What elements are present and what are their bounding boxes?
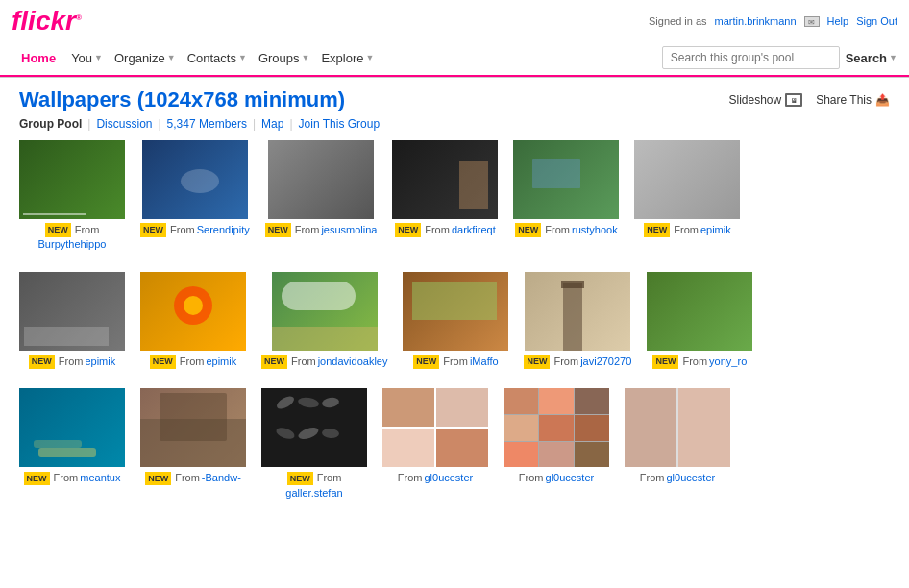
photo-user-link[interactable]: jondavidoakley — [318, 355, 388, 369]
logo-flick: flick — [12, 6, 65, 36]
new-badge: NEW — [261, 355, 287, 369]
new-badge: NEW — [29, 355, 55, 369]
photo-user-link[interactable]: Burpythehippo — [38, 238, 107, 250]
photo-item: NEW From Serendipity — [140, 140, 250, 253]
photo-item: NEW From iMaffo — [403, 272, 508, 369]
photo-user-link[interactable]: Serendipity — [197, 223, 250, 237]
map-link[interactable]: Map — [261, 117, 283, 131]
monitor-icon: 🖥 — [785, 93, 802, 107]
share-this-button[interactable]: Share This 📤 — [816, 93, 890, 107]
groups-arrow: ▼ — [302, 53, 310, 62]
photo-user-link[interactable]: -Bandw- — [202, 471, 241, 485]
flickr-logo[interactable]: flickr® — [12, 6, 82, 37]
new-badge: NEW — [145, 472, 171, 486]
photo-item: NEW From -Bandw- — [140, 388, 246, 501]
sign-out-link[interactable]: Sign Out — [856, 15, 897, 27]
photo-item: From gl0ucester — [382, 388, 488, 501]
photo-row-2: NEW From epimik NEW From epimik — [19, 272, 890, 369]
photo-user-link[interactable]: darkfireqt — [452, 223, 496, 237]
group-pool-label: Group Pool — [19, 117, 82, 131]
new-badge: NEW — [287, 472, 313, 486]
new-badge: NEW — [644, 223, 670, 237]
nav-contacts[interactable]: Contacts ▼ — [182, 39, 253, 76]
photo-user-link[interactable]: jesusmolina — [321, 223, 377, 237]
photo-thumbnail[interactable] — [634, 140, 740, 219]
search-input[interactable] — [662, 46, 840, 69]
photo-user-link[interactable]: epimik — [85, 355, 115, 369]
photo-thumbnail[interactable] — [382, 388, 488, 467]
photo-item: NEW From epimik — [634, 140, 740, 253]
new-badge: NEW — [45, 223, 71, 237]
photo-user-link[interactable]: epimik — [700, 223, 731, 237]
photo-user-link[interactable]: yony_ro — [709, 355, 747, 369]
nav-organize[interactable]: Organize ▼ — [109, 39, 182, 76]
photo-thumbnail[interactable] — [625, 388, 730, 467]
photo-thumbnail[interactable] — [272, 272, 378, 351]
username-link[interactable]: martin.brinkmann — [715, 15, 797, 27]
photo-item: NEW From javi270270 — [524, 272, 631, 369]
photo-thumbnail[interactable] — [647, 272, 752, 351]
photo-user-link[interactable]: gl0ucester — [666, 471, 715, 485]
logo-r: r — [65, 6, 76, 36]
photo-thumbnail[interactable] — [268, 140, 374, 219]
photo-thumbnail[interactable] — [403, 272, 508, 351]
members-link[interactable]: 5,347 Members — [167, 117, 247, 131]
photo-thumbnail[interactable] — [19, 140, 125, 219]
new-badge: NEW — [413, 355, 439, 369]
share-this-label: Share This — [816, 93, 872, 107]
organize-arrow: ▼ — [167, 53, 176, 62]
photo-item: NEW From epimik — [19, 272, 125, 369]
photo-thumbnail[interactable] — [392, 140, 498, 219]
top-right-nav: Signed in as martin.brinkmann ✉ Help Sig… — [649, 15, 897, 27]
you-arrow: ▼ — [94, 53, 103, 62]
slideshow-button[interactable]: Slideshow 🖥 — [728, 93, 802, 107]
photo-thumbnail[interactable] — [140, 272, 246, 351]
search-button[interactable]: Search ▼ — [846, 51, 897, 65]
join-group-link[interactable]: Join This Group — [299, 117, 381, 131]
photo-user-link[interactable]: galler.stefan — [285, 487, 342, 499]
new-badge: NEW — [140, 223, 166, 237]
photo-item: From gl0ucester — [504, 388, 609, 501]
explore-arrow: ▼ — [366, 53, 375, 62]
nav-home[interactable]: Home — [12, 39, 65, 76]
photo-item: NEW From jesusmolina — [265, 140, 378, 253]
photo-item: NEW From epimik — [140, 272, 246, 369]
photo-user-link[interactable]: epimik — [206, 355, 236, 369]
photo-item: NEW From jondavidoakley — [261, 272, 387, 369]
group-meta: Group Pool | Discussion | 5,347 Members … — [19, 117, 380, 131]
nav-explore[interactable]: Explore ▼ — [315, 39, 380, 76]
photo-thumbnail[interactable] — [261, 388, 367, 467]
photo-user-link[interactable]: gl0ucester — [545, 471, 594, 485]
photo-user-link[interactable]: rustyhook — [572, 223, 618, 237]
help-link[interactable]: Help — [827, 15, 849, 27]
group-title: Wallpapers (1024x768 minimum) — [19, 87, 380, 112]
photo-row-1: NEW From Burpythehippo NEW From Serendip… — [19, 140, 890, 253]
photo-user-link[interactable]: meantux — [80, 471, 120, 485]
photo-thumbnail[interactable] — [142, 140, 248, 219]
contacts-arrow: ▼ — [238, 53, 247, 62]
discussion-link[interactable]: Discussion — [96, 117, 152, 131]
photo-thumbnail[interactable] — [513, 140, 619, 219]
photo-thumbnail[interactable] — [525, 272, 630, 351]
photo-thumbnail[interactable] — [19, 388, 125, 467]
envelope-icon[interactable]: ✉ — [804, 16, 820, 27]
signed-in-label: Signed in as — [649, 15, 707, 27]
photo-thumbnail[interactable] — [140, 388, 246, 467]
nav-groups[interactable]: Groups ▼ — [253, 39, 316, 76]
search-arrow: ▼ — [889, 53, 897, 62]
photo-user-link[interactable]: gl0ucester — [424, 471, 473, 485]
photo-user-link[interactable]: iMaffo — [470, 355, 499, 369]
share-icon: 📤 — [875, 93, 890, 107]
photo-item: NEW From darkfireqt — [392, 140, 498, 253]
nav-you[interactable]: You ▼ — [65, 39, 109, 76]
photo-thumbnail[interactable] — [19, 272, 125, 351]
new-badge: NEW — [265, 223, 291, 237]
photo-item: NEW From yony_ro — [647, 272, 752, 369]
photo-item: NEW From rustyhook — [513, 140, 619, 253]
new-badge: NEW — [515, 223, 541, 237]
photo-thumbnail[interactable] — [504, 388, 609, 467]
photo-user-link[interactable]: javi270270 — [580, 355, 631, 369]
photo-item: NEW From Burpythehippo — [19, 140, 125, 253]
photo-row-3: NEW From meantux NEW From -Bandw- — [19, 388, 890, 501]
new-badge: NEW — [24, 472, 50, 486]
